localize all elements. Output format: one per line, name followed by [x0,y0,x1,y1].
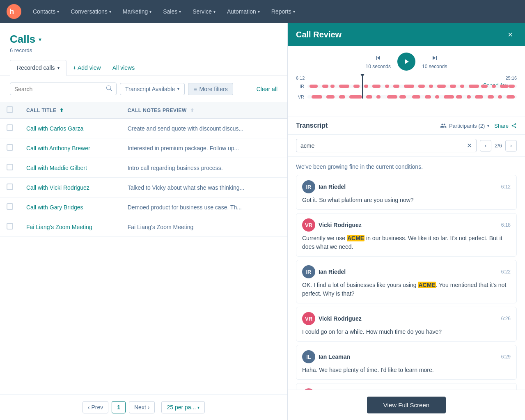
table-row: Call with Maddie Gilbert Intro call rega… [0,158,287,178]
search-icon [106,85,112,92]
waveform-segment [475,95,483,99]
search-result-count: 2/6 [493,142,504,149]
search-box[interactable] [10,83,117,95]
nav-contacts[interactable]: Contacts ▾ [28,5,64,18]
hubspot-logo[interactable]: h [7,4,21,19]
message-author: VR Vicki Rodriguez [302,312,362,325]
vr-waveform-track[interactable] [307,93,517,101]
sort-icon: ⬆ [60,108,64,113]
waveform-segment [492,85,496,88]
message-text: I could go on for a while. How much time… [302,328,511,336]
add-view-button[interactable]: + Add view [68,61,106,74]
nav-service[interactable]: Service ▾ [188,5,220,18]
title-dropdown-icon[interactable]: ▾ [39,36,41,43]
nav-sales[interactable]: Sales ▾ [158,5,186,18]
waveform-segment [437,85,445,88]
row-checkbox[interactable] [7,223,13,230]
waveform-segment [467,95,471,99]
message-header: IR Ian Riedel 6:12 [302,180,511,193]
search-next-button[interactable]: › [505,140,517,151]
waveform-segment [387,95,398,99]
select-all-checkbox[interactable] [7,106,13,113]
row-checkbox[interactable] [7,144,13,151]
per-page-button[interactable]: 25 per pa... ▾ [161,401,205,413]
waveform-segment [339,85,350,88]
call-link[interactable]: Call with Maddie Gilbert [26,165,87,171]
page-header: Calls ▾ 6 records [0,23,287,60]
search-prev-button[interactable]: ‹ [480,140,491,151]
author-name: Ian Riedel [319,269,346,275]
call-link[interactable]: Fai Liang's Zoom Meeting [26,224,92,230]
row-checkbox[interactable] [7,184,13,190]
call-review-panel: Call Review × 10 seconds [287,23,525,420]
current-page-indicator[interactable]: 1 [112,401,126,413]
clear-all-button[interactable]: Clear all [257,86,277,92]
share-button[interactable]: Share [494,123,517,129]
notes-preview-cell: Demoed product for business use case. Th… [121,197,287,217]
call-title-cell: Call with Carlos Garza [20,119,121,138]
all-views-button[interactable]: All views [108,61,140,74]
transcript-search-box[interactable]: ✕ [296,139,477,152]
next-page-button[interactable]: Next › [129,401,155,413]
skip-back-button[interactable]: 10 seconds [366,54,391,69]
transcript-actions: Participants (2) ▾ Share [440,122,517,129]
message-author: VR Vicki Rodriguez [302,218,362,232]
transcript-section: Transcript Participants (2) ▾ Share [288,117,525,390]
pagination-row: ‹ Prev 1 Next › 25 per pa... ▾ [0,394,287,420]
table-row: Fai Liang's Zoom Meeting Fai Liang's Zoo… [0,217,287,237]
row-checkbox[interactable] [7,203,13,210]
transcript-title: Transcript [296,122,328,129]
view-full-screen-button[interactable]: View Full Screen [367,397,446,413]
call-link[interactable]: Call with Gary Bridges [26,204,83,211]
review-footer: View Full Screen [288,390,525,420]
nav-reports[interactable]: Reports ▾ [266,5,300,18]
prev-page-button[interactable]: ‹ Prev [83,401,108,413]
close-button[interactable]: × [504,28,517,41]
waveform-segment [429,85,433,88]
row-checkbox[interactable] [7,124,13,131]
transcript-filter-chip[interactable]: Transcript Available ▾ [120,83,185,95]
nav-automation[interactable]: Automation ▾ [222,5,265,18]
nav-marketing[interactable]: Marketing ▾ [118,5,156,18]
nav-conversations[interactable]: Conversations ▾ [66,5,116,18]
waveform-segment [500,85,508,88]
skip-forward-button[interactable]: 10 seconds [422,54,447,69]
notes-preview-cell: Intro call regarding business process. [121,158,287,178]
call-link[interactable]: Call with Vicki Rodriguez [26,184,89,191]
ir-waveform-track[interactable] [307,82,517,90]
note-preview-text: Create and send quote with discount disc… [128,125,244,132]
waveform-segment [412,95,420,99]
row-checkbox[interactable] [7,164,13,170]
message-block: VR Vicki Rodriguez 6:18 Currently we use… [296,213,517,257]
clear-search-button[interactable]: ✕ [467,142,472,149]
author-name: Ian Leaman [319,353,350,360]
waveform-segment [366,95,372,99]
call-title-header[interactable]: CALL TITLE ⬆ [20,102,121,119]
waveform-segment [418,85,424,88]
waveform-segment [330,85,335,88]
call-link[interactable]: Call with Carlos Garza [26,125,83,132]
table-row: Call with Carlos Garza Create and send q… [0,119,287,138]
message-time: 6:18 [501,222,511,228]
highlighted-keyword: ACME [418,282,436,288]
note-preview-text: Interested in premium package. Follow up… [128,145,239,151]
search-input[interactable] [14,86,103,92]
play-button[interactable] [397,53,415,71]
svg-text:h: h [9,7,14,16]
message-author: IR Ian Riedel [302,265,346,278]
note-preview-text: Intro call regarding business process. [128,165,223,171]
tab-recorded-calls[interactable]: Recorded calls ▾ [10,60,66,76]
transcript-header: Transcript Participants (2) ▾ Share [288,117,525,135]
waveform-segment [460,85,464,88]
row-checkbox-cell [0,197,20,217]
select-all-header[interactable] [0,102,20,119]
waveform-segment [450,85,456,88]
notes-preview-header[interactable]: CALL NOTES PREVIEW ⬆ [121,102,287,119]
transcript-search-input[interactable] [300,142,467,149]
top-navigation: h Contacts ▾ Conversations ▾ Marketing ▾… [0,0,525,23]
more-filters-button[interactable]: ≡ More filters [188,83,233,95]
waveform-segment [376,95,381,99]
participants-button[interactable]: Participants (2) ▾ [440,122,489,129]
waveform-container: 6:12 25:16 IR VR [296,76,517,110]
call-link[interactable]: Call with Anthony Brewer [26,145,90,151]
